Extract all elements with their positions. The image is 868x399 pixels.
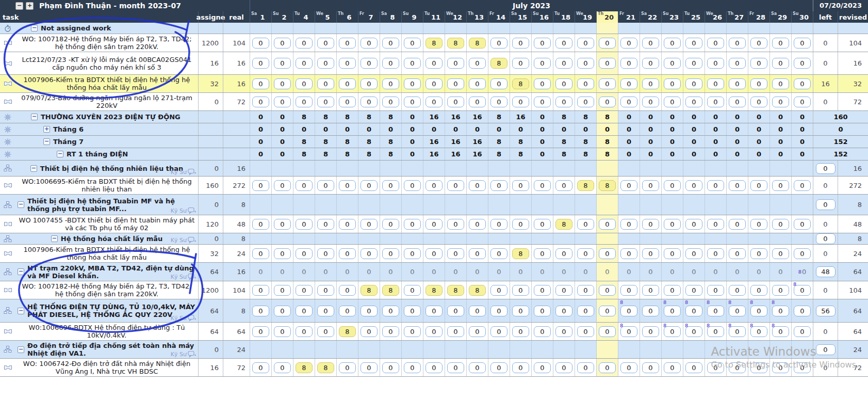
day-hours-input[interactable]: [555, 362, 572, 373]
day-hours-input[interactable]: [339, 78, 356, 89]
day-hours-input[interactable]: [794, 97, 811, 107]
day-hours-input[interactable]: [794, 78, 811, 89]
collapse-all-button[interactable]: −: [15, 2, 23, 10]
day-hours-input[interactable]: [642, 97, 659, 107]
day-hours-input[interactable]: [664, 306, 681, 316]
day-hours-input[interactable]: [512, 248, 529, 259]
day-hours-input[interactable]: [447, 219, 464, 230]
day-hours-input[interactable]: [425, 326, 443, 337]
left-hours-input[interactable]: [816, 199, 836, 210]
day-hours-input[interactable]: [750, 58, 767, 69]
day-hours-input[interactable]: [296, 326, 313, 337]
day-hours-input[interactable]: [490, 180, 507, 191]
day-hours-input[interactable]: [339, 219, 356, 230]
day-hours-input[interactable]: [252, 326, 269, 337]
day-hours-input[interactable]: [555, 78, 572, 89]
day-hours-input[interactable]: [490, 219, 507, 230]
day-hours-input[interactable]: [447, 306, 464, 316]
day-hours-input[interactable]: [512, 58, 529, 69]
day-hours-input[interactable]: [555, 285, 572, 296]
collapse-toggle[interactable]: −: [31, 114, 38, 120]
day-hours-input[interactable]: [404, 326, 421, 337]
day-hours-input[interactable]: [447, 326, 464, 337]
day-hours-input[interactable]: [317, 326, 334, 337]
day-hours-input[interactable]: [382, 219, 399, 230]
day-hours-input[interactable]: [685, 180, 702, 191]
day-hours-input[interactable]: [685, 97, 702, 107]
day-hours-input[interactable]: [685, 38, 702, 49]
day-hours-input[interactable]: [425, 285, 443, 296]
day-hours-input[interactable]: [404, 78, 421, 89]
day-hours-input[interactable]: [469, 38, 486, 49]
day-hours-input[interactable]: [794, 306, 811, 316]
day-hours-input[interactable]: [296, 97, 313, 107]
day-hours-input[interactable]: [404, 248, 421, 259]
day-hours-input[interactable]: [425, 58, 443, 69]
day-hours-input[interactable]: [599, 285, 616, 296]
day-hours-input[interactable]: [296, 285, 313, 296]
add-comment-icon[interactable]: [188, 207, 196, 214]
day-hours-input[interactable]: [664, 285, 681, 296]
day-hours-input[interactable]: [664, 248, 681, 259]
day-hours-input[interactable]: [512, 78, 529, 89]
day-hours-input[interactable]: [512, 285, 529, 296]
left-hours-input[interactable]: [816, 163, 836, 174]
day-hours-input[interactable]: [729, 180, 746, 191]
day-hours-input[interactable]: [534, 78, 551, 89]
day-hours-input[interactable]: [382, 306, 399, 316]
day-hours-input[interactable]: [577, 38, 594, 49]
day-hours-input[interactable]: [361, 326, 378, 337]
day-hours-input[interactable]: [339, 306, 356, 316]
day-hours-input[interactable]: [512, 97, 529, 107]
day-hours-input[interactable]: [577, 219, 594, 230]
day-hours-input[interactable]: [490, 362, 507, 373]
day-hours-input[interactable]: [642, 58, 659, 69]
add-comment-icon[interactable]: [188, 273, 196, 280]
day-hours-input[interactable]: [447, 58, 464, 69]
day-hours-input[interactable]: [750, 180, 767, 191]
day-hours-input[interactable]: [599, 326, 616, 337]
day-hours-input[interactable]: [382, 326, 399, 337]
day-hours-input[interactable]: [361, 97, 378, 107]
day-hours-input[interactable]: [317, 362, 334, 373]
day-hours-input[interactable]: [469, 180, 486, 191]
day-hours-input[interactable]: [707, 58, 724, 69]
day-hours-input[interactable]: [729, 285, 746, 296]
day-hours-input[interactable]: [729, 97, 746, 107]
day-hours-input[interactable]: [794, 58, 811, 69]
day-hours-input[interactable]: [404, 306, 421, 316]
day-hours-input[interactable]: [252, 248, 269, 259]
day-hours-input[interactable]: [685, 362, 702, 373]
day-hours-input[interactable]: [361, 78, 378, 89]
day-hours-input[interactable]: [512, 38, 529, 49]
day-hours-input[interactable]: [490, 285, 507, 296]
day-hours-input[interactable]: [685, 306, 702, 316]
day-hours-input[interactable]: [729, 362, 746, 373]
day-hours-input[interactable]: [490, 248, 507, 259]
day-hours-input[interactable]: [620, 180, 637, 191]
day-hours-input[interactable]: [425, 248, 443, 259]
day-hours-input[interactable]: [534, 248, 551, 259]
day-hours-input[interactable]: [729, 306, 746, 316]
day-hours-input[interactable]: [555, 38, 572, 49]
day-hours-input[interactable]: [512, 219, 529, 230]
day-hours-input[interactable]: [794, 326, 811, 337]
day-hours-input[interactable]: [750, 219, 767, 230]
day-hours-input[interactable]: [469, 362, 486, 373]
day-hours-input[interactable]: [642, 38, 659, 49]
day-hours-input[interactable]: [729, 58, 746, 69]
day-hours-input[interactable]: [707, 248, 724, 259]
day-hours-input[interactable]: [729, 78, 746, 89]
day-hours-input[interactable]: [620, 38, 637, 49]
day-hours-input[interactable]: [642, 248, 659, 259]
day-hours-input[interactable]: [425, 306, 443, 316]
expand-all-button[interactable]: +: [26, 2, 34, 10]
day-hours-input[interactable]: [317, 58, 334, 69]
day-hours-input[interactable]: [469, 285, 486, 296]
day-hours-input[interactable]: [382, 285, 399, 296]
day-hours-input[interactable]: [469, 58, 486, 69]
day-hours-input[interactable]: [317, 306, 334, 316]
expand-toggle[interactable]: +: [43, 126, 50, 133]
day-hours-input[interactable]: [317, 248, 334, 259]
day-hours-input[interactable]: [274, 58, 291, 69]
